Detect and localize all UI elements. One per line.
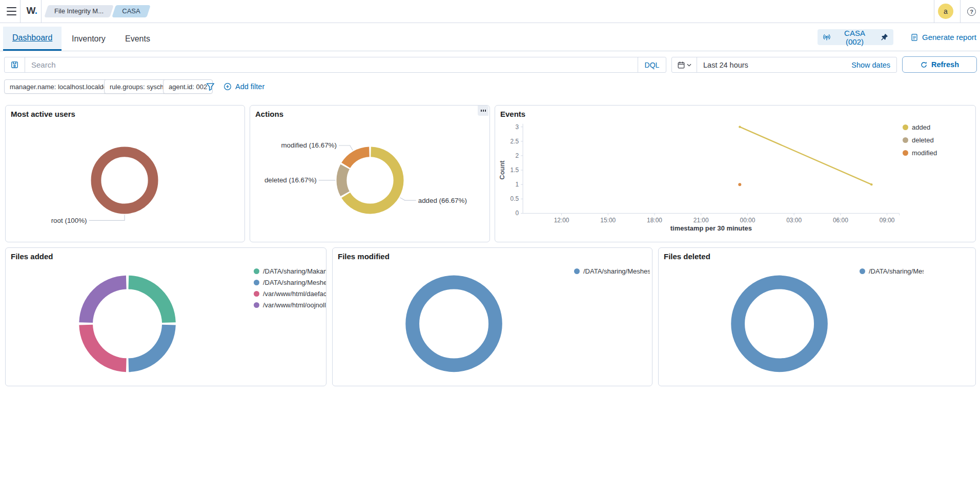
panel-title: Events [500,110,525,118]
add-filter-button[interactable]: Add filter [220,79,268,94]
legend-color-dot [254,280,259,285]
pin-icon[interactable] [881,33,888,41]
tab-dashboard[interactable]: Dashboard [3,27,62,51]
tab-events[interactable]: Events [116,27,159,51]
save-query-button[interactable] [5,57,25,72]
help-icon[interactable]: ? [967,7,976,16]
panel-files-added: Files added /DATA/sharing/Makana/DATA/sh… [5,247,326,386]
svg-text:18:00: 18:00 [647,217,662,224]
filter-funnel-icon[interactable] [206,82,215,93]
svg-text:00:00: 00:00 [740,217,756,224]
legend-label: added [912,123,930,131]
legend-label: /DATA/sharing/Meshes [263,279,326,286]
plus-circle-icon [223,82,232,91]
legend-label: /DATA/sharing/Meshes [869,267,924,275]
calendar-icon [677,61,685,69]
svg-text:0: 0 [516,210,519,217]
divider [934,0,934,23]
panel-title: Actions [255,110,283,118]
legend-color-dot [903,137,908,143]
panel-title: Files deleted [664,252,710,261]
svg-text:modified (16.67%): modified (16.67%) [281,141,337,149]
legend-item[interactable]: /DATA/sharing/Meshes [254,277,326,288]
agent-selector-button[interactable]: CASA (002) [818,29,893,45]
wazuh-fim-dashboard: W. File Integrity M... CASA a ? Dashboar… [0,0,980,480]
divider [20,0,21,23]
legend-item[interactable]: /var/www/html/oojnoll [254,299,326,310]
legend-item[interactable]: /DATA/sharing/Meshes [860,265,924,277]
files-added-legend: /DATA/sharing/Makana/DATA/sharing/Meshes… [254,265,326,310]
panel-options-button[interactable] [478,106,488,116]
legend-label: /DATA/sharing/Meshes [583,267,650,275]
divider [41,0,42,23]
svg-text:2: 2 [516,152,519,159]
filter-pill-agent-id[interactable]: agent.id: 002 [163,79,213,94]
legend-color-dot [903,150,908,156]
legend-color-dot [574,268,580,274]
refresh-icon [920,61,928,69]
search-input[interactable] [25,57,638,72]
wazuh-logo[interactable]: W. [24,5,40,16]
legend-label: deleted [912,136,934,144]
svg-text:09:00: 09:00 [880,217,895,224]
legend-item[interactable]: deleted [903,134,969,147]
legend-color-dot [254,302,259,308]
legend-item[interactable]: modified [903,147,969,159]
refresh-button[interactable]: Refresh [902,56,977,73]
panel-title: Files added [11,252,53,261]
legend-item[interactable]: /DATA/sharing/Makana [254,265,326,277]
tab-inventory[interactable]: Inventory [63,27,115,51]
query-language-selector[interactable]: DQL [638,57,666,72]
svg-text:added (66.67%): added (66.67%) [418,197,467,204]
module-tabs-bar: Dashboard Inventory Events CASA (002) Ge… [0,23,980,51]
svg-text:Count: Count [498,160,506,180]
generate-report-button[interactable]: Generate report [907,29,979,45]
report-document-icon [910,33,918,41]
svg-text:03:00: 03:00 [786,217,802,224]
svg-text:1: 1 [516,181,519,188]
legend-color-dot [860,268,865,274]
breadcrumb-app[interactable]: File Integrity M... [46,5,112,17]
date-quick-select-button[interactable] [672,57,697,72]
date-picker: Last 24 hours Show dates [671,57,897,73]
svg-text:06:00: 06:00 [833,217,848,224]
panel-most-active-users: Most active users root (100%) [5,105,245,242]
legend-color-dot [254,291,259,297]
svg-text:1.5: 1.5 [511,166,519,174]
menu-hamburger-icon[interactable] [7,7,16,15]
legend-color-dot [254,268,259,274]
time-range-value[interactable]: Last 24 hours [697,61,845,69]
legend-item[interactable]: added [903,121,969,134]
chevron-down-icon [687,63,691,67]
top-navigation-bar: W. File Integrity M... CASA a ? [0,0,980,23]
files-deleted-legend: /DATA/sharing/Meshes [860,265,924,277]
legend-label: /var/www/html/daefac [263,290,326,298]
svg-text:2.5: 2.5 [511,138,519,145]
files-deleted-donut-chart[interactable] [659,248,975,386]
events-legend: addeddeletedmodified [903,121,969,159]
svg-text:15:00: 15:00 [600,217,616,224]
breadcrumb-agent[interactable]: CASA [114,5,149,17]
svg-text:timestamp per 30 minutes: timestamp per 30 minutes [670,224,752,232]
legend-label: /var/www/html/oojnoll [263,301,326,309]
files-modified-legend: /DATA/sharing/Meshes [574,265,650,277]
svg-text:deleted (16.67%): deleted (16.67%) [264,176,317,184]
query-bar: DQL [4,57,666,73]
panel-files-modified: Files modified /DATA/sharing/Meshes [332,247,652,386]
legend-item[interactable]: /DATA/sharing/Meshes [574,265,650,277]
panel-events: Events 00.511.522.5312:0015:0018:0021:00… [495,105,976,242]
panel-files-deleted: Files deleted /DATA/sharing/Meshes [658,247,976,386]
svg-text:0.5: 0.5 [511,195,519,202]
save-icon [10,60,19,69]
most-active-users-donut-chart[interactable]: root (100%) [6,106,244,242]
actions-donut-chart[interactable]: added (66.67%)deleted (16.67%)modified (… [250,106,489,242]
broadcast-icon [823,33,831,41]
svg-text:21:00: 21:00 [693,217,709,224]
show-dates-button[interactable]: Show dates [845,61,896,69]
legend-item[interactable]: /var/www/html/daefac [254,288,326,299]
panel-title: Files modified [338,252,390,261]
user-avatar[interactable]: a [938,4,953,19]
svg-text:root (100%): root (100%) [51,217,87,224]
svg-text:12:00: 12:00 [554,217,569,224]
legend-color-dot [903,124,908,130]
